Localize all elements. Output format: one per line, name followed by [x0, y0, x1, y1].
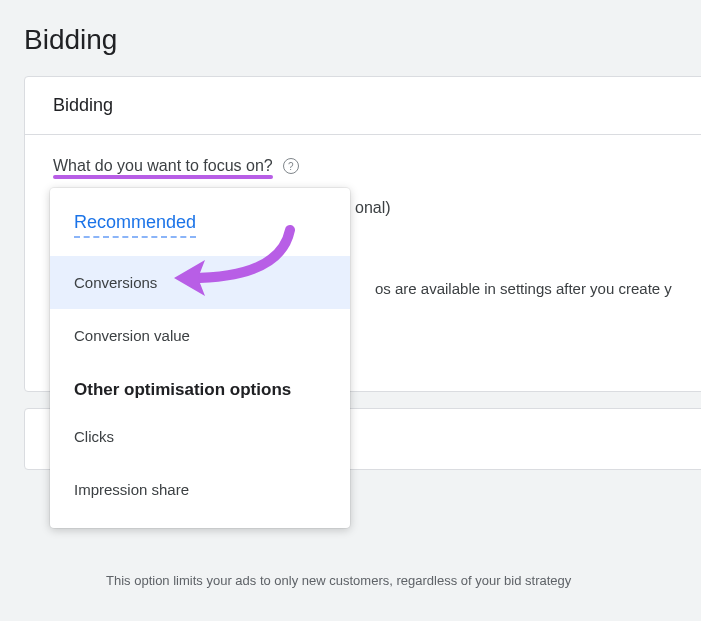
- help-icon[interactable]: ?: [283, 158, 299, 174]
- dropdown-recommended-label: Recommended: [74, 212, 196, 238]
- dropdown-option-clicks[interactable]: Clicks: [50, 410, 350, 463]
- footnote-text: This option limits your ads to only new …: [106, 573, 571, 588]
- obscured-text-settings: os are available in settings after you c…: [375, 280, 672, 297]
- page-title: Bidding: [0, 0, 701, 76]
- annotation-underline: [53, 175, 273, 179]
- focus-question-text: What do you want to focus on?: [53, 157, 273, 174]
- dropdown-other-label: Other optimisation options: [50, 362, 350, 410]
- card-header: Bidding: [25, 77, 701, 135]
- dropdown-option-conversion-value[interactable]: Conversion value: [50, 309, 350, 362]
- dropdown-option-conversions[interactable]: Conversions: [50, 256, 350, 309]
- focus-dropdown[interactable]: Recommended Conversions Conversion value…: [50, 188, 350, 528]
- focus-question-label: What do you want to focus on?: [53, 157, 273, 175]
- dropdown-option-impression-share[interactable]: Impression share: [50, 463, 350, 516]
- obscured-text-optional: onal): [355, 199, 391, 217]
- focus-question-row: What do you want to focus on? ?: [53, 157, 695, 175]
- dropdown-recommended-section: Recommended: [50, 188, 350, 246]
